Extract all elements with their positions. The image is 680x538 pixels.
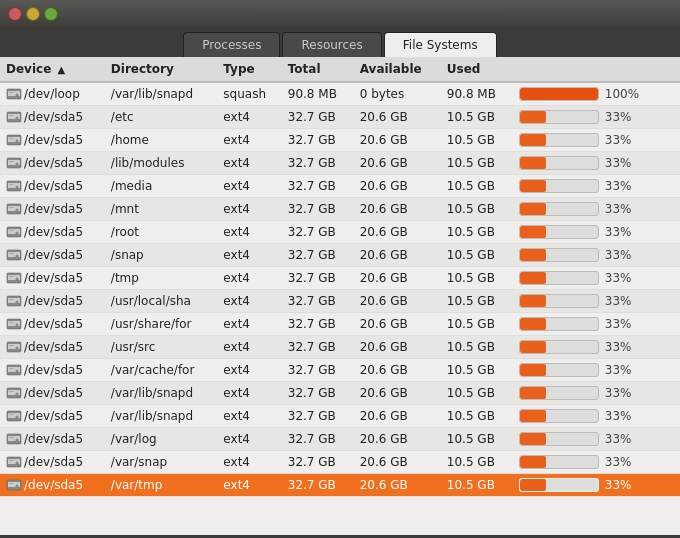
table-row[interactable]: /dev/sda5/var/cache/forext432.7 GB20.6 G… — [0, 359, 680, 382]
table-row[interactable]: /dev/sda5/usr/local/shaext432.7 GB20.6 G… — [0, 290, 680, 313]
cell-total: 32.7 GB — [282, 244, 354, 267]
tab-filesystems[interactable]: File Systems — [384, 32, 497, 57]
svg-rect-3 — [9, 92, 14, 93]
svg-point-66 — [16, 462, 19, 465]
svg-point-10 — [16, 140, 19, 143]
cell-available: 20.6 GB — [354, 428, 441, 451]
pct-label: 33% — [605, 248, 635, 262]
table-row[interactable]: /dev/loop/var/lib/snapdsquash90.8 MB0 by… — [0, 82, 680, 106]
cell-used: 10.5 GB — [441, 382, 513, 405]
cell-used: 10.5 GB — [441, 336, 513, 359]
cell-total: 32.7 GB — [282, 359, 354, 382]
cell-total: 32.7 GB — [282, 129, 354, 152]
cell-total: 32.7 GB — [282, 267, 354, 290]
cell-type: ext4 — [217, 313, 281, 336]
cell-device: /dev/sda5 — [0, 382, 105, 405]
tab-resources[interactable]: Resources — [282, 32, 381, 57]
table-row[interactable]: /dev/sda5/usr/srcext432.7 GB20.6 GB10.5 … — [0, 336, 680, 359]
pct-label: 33% — [605, 179, 635, 193]
cell-directory: /lib/modules — [105, 152, 218, 175]
cell-total: 32.7 GB — [282, 474, 354, 497]
cell-used: 10.5 GB — [441, 474, 513, 497]
cell-type: ext4 — [217, 382, 281, 405]
cell-used: 10.5 GB — [441, 221, 513, 244]
cell-available: 20.6 GB — [354, 221, 441, 244]
table-row[interactable]: /dev/sda5/var/logext432.7 GB20.6 GB10.5 … — [0, 428, 680, 451]
cell-directory: /etc — [105, 106, 218, 129]
pct-label: 33% — [605, 110, 635, 124]
pct-label: 33% — [605, 317, 635, 331]
cell-bar: 33% — [513, 152, 680, 175]
svg-rect-23 — [9, 207, 14, 208]
cell-used: 10.5 GB — [441, 198, 513, 221]
filesystem-table: Device ▲ Directory Type Total Available … — [0, 57, 680, 497]
filesystem-table-container: Device ▲ Directory Type Total Available … — [0, 57, 680, 535]
cell-device: /dev/sda5 — [0, 152, 105, 175]
cell-used: 10.5 GB — [441, 290, 513, 313]
cell-type: ext4 — [217, 175, 281, 198]
table-row[interactable]: /dev/sda5/snapext432.7 GB20.6 GB10.5 GB3… — [0, 244, 680, 267]
cell-available: 20.6 GB — [354, 382, 441, 405]
table-row[interactable]: /dev/sda5/mntext432.7 GB20.6 GB10.5 GB33… — [0, 198, 680, 221]
table-row[interactable]: /dev/sda5/etcext432.7 GB20.6 GB10.5 GB33… — [0, 106, 680, 129]
svg-point-50 — [16, 370, 19, 373]
svg-point-26 — [16, 232, 19, 235]
maximize-button[interactable] — [44, 7, 58, 21]
col-available[interactable]: Available — [354, 57, 441, 82]
cell-device: /dev/sda5 — [0, 221, 105, 244]
cell-total: 32.7 GB — [282, 175, 354, 198]
cell-bar: 33% — [513, 106, 680, 129]
cell-type: ext4 — [217, 451, 281, 474]
cell-type: ext4 — [217, 221, 281, 244]
cell-available: 20.6 GB — [354, 244, 441, 267]
cell-bar: 33% — [513, 129, 680, 152]
cell-available: 20.6 GB — [354, 267, 441, 290]
svg-point-34 — [16, 278, 19, 281]
table-row[interactable]: /dev/sda5/var/lib/snapdext432.7 GB20.6 G… — [0, 382, 680, 405]
cell-directory: /tmp — [105, 267, 218, 290]
col-used[interactable]: Used — [441, 57, 513, 82]
table-row[interactable]: /dev/sda5/var/lib/snapdext432.7 GB20.6 G… — [0, 405, 680, 428]
pct-label: 33% — [605, 386, 635, 400]
svg-point-2 — [16, 94, 19, 97]
close-button[interactable] — [8, 7, 22, 21]
cell-used: 90.8 MB — [441, 82, 513, 106]
table-row[interactable]: /dev/sda5/rootext432.7 GB20.6 GB10.5 GB3… — [0, 221, 680, 244]
minimize-button[interactable] — [26, 7, 40, 21]
col-directory[interactable]: Directory — [105, 57, 218, 82]
pct-label: 33% — [605, 478, 635, 492]
svg-point-38 — [16, 301, 19, 304]
col-type[interactable]: Type — [217, 57, 281, 82]
pct-label: 33% — [605, 340, 635, 354]
cell-bar: 33% — [513, 428, 680, 451]
table-row[interactable]: /dev/sda5/var/snapext432.7 GB20.6 GB10.5… — [0, 451, 680, 474]
svg-point-18 — [16, 186, 19, 189]
table-row[interactable]: /dev/sda5/tmpext432.7 GB20.6 GB10.5 GB33… — [0, 267, 680, 290]
svg-point-62 — [16, 439, 19, 442]
svg-rect-7 — [9, 115, 14, 116]
pct-label: 100% — [605, 87, 639, 101]
cell-device: /dev/sda5 — [0, 336, 105, 359]
cell-available: 20.6 GB — [354, 152, 441, 175]
table-row[interactable]: /dev/sda5/lib/modulesext432.7 GB20.6 GB1… — [0, 152, 680, 175]
pct-label: 33% — [605, 156, 635, 170]
tab-processes[interactable]: Processes — [183, 32, 280, 57]
table-row[interactable]: /dev/sda5/homeext432.7 GB20.6 GB10.5 GB3… — [0, 129, 680, 152]
table-row[interactable]: /dev/sda5/var/tmpext432.7 GB20.6 GB10.5 … — [0, 474, 680, 497]
cell-available: 20.6 GB — [354, 106, 441, 129]
tab-bar: ProcessesResourcesFile Systems — [0, 28, 680, 57]
cell-device: /dev/sda5 — [0, 313, 105, 336]
cell-bar: 33% — [513, 175, 680, 198]
col-device[interactable]: Device ▲ — [0, 57, 105, 82]
cell-total: 32.7 GB — [282, 198, 354, 221]
table-row[interactable]: /dev/sda5/mediaext432.7 GB20.6 GB10.5 GB… — [0, 175, 680, 198]
col-bar — [513, 57, 680, 82]
table-row[interactable]: /dev/sda5/usr/share/forext432.7 GB20.6 G… — [0, 313, 680, 336]
cell-used: 10.5 GB — [441, 244, 513, 267]
cell-directory: /usr/share/for — [105, 313, 218, 336]
svg-rect-35 — [9, 276, 14, 277]
cell-device: /dev/sda5 — [0, 290, 105, 313]
col-total[interactable]: Total — [282, 57, 354, 82]
cell-available: 20.6 GB — [354, 290, 441, 313]
table-header-row: Device ▲ Directory Type Total Available … — [0, 57, 680, 82]
